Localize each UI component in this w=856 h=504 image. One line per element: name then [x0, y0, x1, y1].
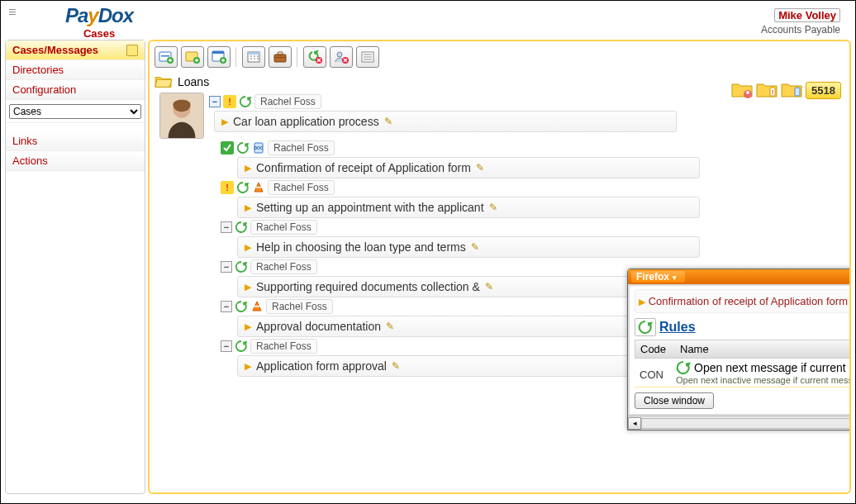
toolbar-briefcase-button[interactable]	[269, 46, 292, 68]
collapse-icon[interactable]: −	[221, 221, 232, 233]
app-logo: PayDox Cases	[65, 4, 133, 40]
svg-rect-27	[254, 306, 259, 307]
case-title: Application form approval	[256, 359, 387, 373]
breadcrumb-folder[interactable]: Loans	[178, 75, 209, 88]
folder-open-icon	[155, 74, 173, 89]
current-user-link[interactable]: Mike Volley	[774, 8, 840, 22]
sidebar-item-label: Actions	[12, 155, 48, 167]
author-tag[interactable]: Rachel Foss	[250, 220, 317, 235]
menu-handle-icon[interactable]	[9, 9, 16, 22]
col-name: Name	[680, 343, 709, 355]
sidebar-item-cases-messages[interactable]: Cases/Messages	[6, 40, 145, 60]
recycle-icon[interactable]	[235, 260, 248, 273]
case-title: Car loan application process	[233, 115, 379, 128]
case-title: Setting up an appointment with the appli…	[256, 201, 484, 214]
popup-close-button[interactable]: Close window	[635, 392, 714, 409]
sidebar-item-label: Configuration	[12, 83, 76, 96]
svg-point-14	[337, 52, 342, 57]
popup-rules-header: Rules	[635, 316, 851, 338]
user-area: Mike Volley Accounts Payable	[761, 4, 847, 36]
author-tag[interactable]: Rachel Foss	[254, 94, 321, 109]
collapse-icon[interactable]: −	[221, 301, 232, 312]
author-tag[interactable]: Rachel Foss	[250, 339, 317, 354]
folder-copy-icon[interactable]	[781, 81, 802, 99]
collapse-icon[interactable]: −	[221, 261, 232, 273]
document-icon[interactable]: DOC	[252, 141, 265, 155]
popup-titlebar[interactable]: Firefox _ □ ×	[628, 269, 851, 284]
edit-pencil-icon[interactable]: ✎	[476, 162, 484, 174]
edit-pencil-icon[interactable]: ✎	[471, 241, 479, 253]
svg-text:!: !	[772, 88, 774, 96]
edit-pencil-icon[interactable]: ✎	[386, 321, 394, 332]
toolbar-new-window-button[interactable]	[207, 46, 231, 68]
sidebar-item-configuration[interactable]: Configuration	[6, 80, 145, 100]
author-tag[interactable]: Rachel Foss	[268, 180, 335, 195]
svg-rect-1	[161, 55, 169, 57]
case-title: Approval documentation	[256, 320, 381, 333]
edit-pencil-icon[interactable]: ✎	[384, 116, 392, 127]
toolbar-list-button[interactable]	[356, 46, 379, 68]
rules-table-row[interactable]: CON Open next message if current message…	[635, 359, 851, 388]
expand-arrow-icon: ▶	[639, 297, 645, 307]
author-tag[interactable]: Rachel Foss	[250, 259, 317, 274]
author-tag[interactable]: Rachel Foss	[268, 140, 335, 155]
popup-context-link-row: ▶ Confirmation of receipt of Application…	[635, 289, 851, 313]
case-subject-bar[interactable]: ▶Help in choosing the loan type and term…	[237, 236, 700, 258]
popup-window-title[interactable]: Firefox	[631, 271, 685, 283]
toolbar-new-case-button[interactable]	[155, 46, 178, 68]
sidebar-item-actions[interactable]: Actions	[6, 151, 145, 171]
scroll-left-arrow-icon[interactable]: ◂	[628, 417, 641, 430]
edit-pencil-icon[interactable]: ✎	[489, 202, 497, 213]
recycle-icon[interactable]	[235, 340, 248, 353]
toolbar-user-delete-button[interactable]	[330, 46, 353, 68]
expand-arrow-icon: ▶	[245, 361, 251, 372]
collapse-icon[interactable]: −	[209, 96, 221, 107]
expand-arrow-icon: ▶	[245, 242, 251, 253]
toolbar-process-delete-button[interactable]	[303, 46, 326, 68]
cone-icon	[250, 300, 264, 313]
recycle-icon	[635, 318, 656, 336]
case-subject-bar[interactable]: ▶Confirmation of receipt of Application …	[237, 157, 700, 178]
edit-pencil-icon[interactable]: ✎	[392, 360, 400, 372]
sidebar-scope-select[interactable]: Cases	[9, 104, 141, 119]
rule-code: CON	[640, 360, 671, 381]
case-root: − ! Rachel Foss ▶ Car loan application p…	[159, 93, 844, 139]
sticky-note-icon	[126, 45, 138, 56]
popup-hscrollbar[interactable]: ◂ ▸	[628, 416, 851, 430]
expand-arrow-icon: ▶	[245, 321, 251, 332]
rules-table-header: Code Name	[635, 340, 851, 359]
author-avatar[interactable]	[159, 93, 204, 139]
svg-rect-12	[274, 57, 286, 58]
sidebar-item-links[interactable]: Links	[6, 131, 145, 151]
current-user-role: Accounts Payable	[761, 24, 840, 36]
svg-rect-10	[274, 55, 286, 62]
edit-pencil-icon[interactable]: ✎	[485, 281, 493, 292]
rules-heading-link[interactable]: Rules	[659, 320, 696, 335]
assign-users-icon[interactable]	[731, 81, 753, 99]
case-header-actions: ! 5518	[731, 81, 841, 99]
case-subject-bar[interactable]: ▶Setting up an appointment with the appl…	[237, 197, 700, 218]
author-tag[interactable]: Rachel Foss	[266, 299, 333, 314]
collapse-icon[interactable]: −	[221, 340, 232, 352]
toolbar-new-message-button[interactable]	[181, 46, 204, 68]
case-title: Confirmation of receipt of Application f…	[256, 161, 471, 174]
folder-alert-icon[interactable]: !	[756, 81, 778, 99]
recycle-icon[interactable]	[235, 300, 248, 313]
sub-case-row: −Rachel Foss▶Help in choosing the loan t…	[159, 218, 844, 258]
recycle-icon[interactable]	[236, 141, 250, 155]
sidebar-item-label: Links	[12, 135, 37, 147]
popup-context-link[interactable]: Confirmation of receipt of Application f…	[649, 295, 848, 307]
recycle-icon[interactable]	[236, 181, 250, 194]
svg-text:DOC: DOC	[254, 145, 264, 150]
sidebar-item-label: Directories	[12, 64, 64, 76]
case-subject-bar[interactable]: ▶ Car loan application process ✎	[214, 111, 677, 132]
expand-arrow-icon: ▶	[245, 282, 251, 292]
case-count-badge: 5518	[806, 82, 841, 99]
sidebar-item-directories[interactable]: Directories	[6, 60, 145, 80]
recycle-icon[interactable]	[235, 221, 248, 234]
scroll-track[interactable]	[641, 418, 851, 429]
svg-rect-11	[278, 52, 283, 55]
toolbar-calendar-button[interactable]	[242, 46, 265, 68]
case-title: Supporting required documents collection…	[256, 280, 480, 293]
recycle-icon[interactable]	[239, 95, 252, 108]
